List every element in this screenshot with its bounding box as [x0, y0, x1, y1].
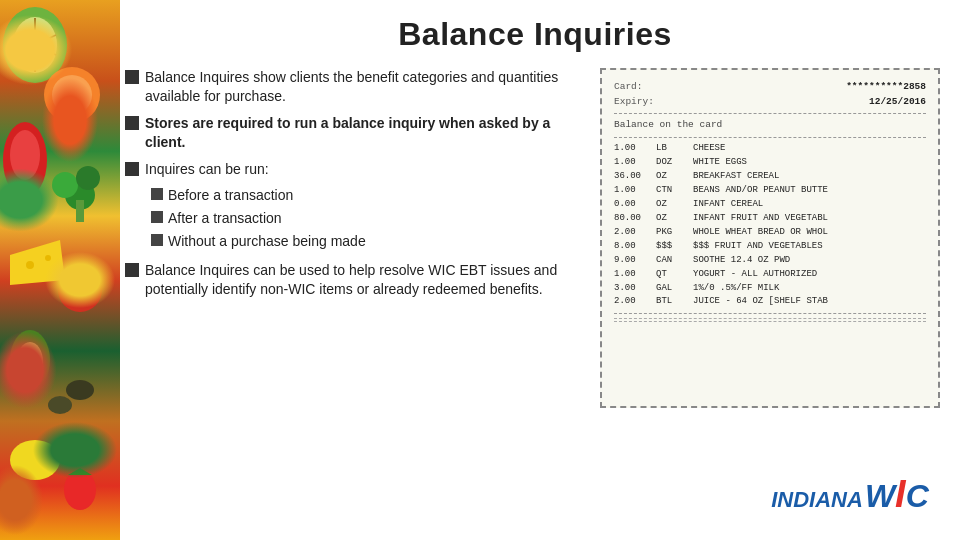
receipt-row-qty-3: 1.00	[614, 184, 654, 198]
receipt-row-unit-0: LB	[656, 142, 691, 156]
svg-point-20	[23, 355, 37, 375]
receipt-row-7: 8.00$$$$$$ FRUIT AND VEGETABLES	[614, 240, 926, 254]
svg-point-22	[48, 396, 72, 414]
svg-point-8	[10, 130, 40, 180]
receipt-row-unit-9: QT	[656, 268, 691, 282]
bullet-icon-4	[125, 263, 139, 277]
receipt-row-3: 1.00CTNBEANS AND/OR PEANUT BUTTE	[614, 184, 926, 198]
receipt-row-5: 80.00OZINFANT FRUIT AND VEGETABL	[614, 212, 926, 226]
bullet-section-3: Inquires can be run: Before a transactio…	[125, 160, 580, 252]
w-letter: W	[865, 478, 895, 514]
svg-point-1	[13, 17, 57, 73]
svg-rect-12	[76, 200, 84, 222]
receipt-row-9: 1.00QTYOGURT - ALL AUTHORIZED	[614, 268, 926, 282]
receipt-row-unit-2: OZ	[656, 170, 691, 184]
receipt-row-qty-4: 0.00	[614, 198, 654, 212]
receipt-row-unit-8: CAN	[656, 254, 691, 268]
svg-point-15	[45, 255, 51, 261]
bullet-text-3: Inquires can be run:	[145, 160, 269, 179]
receipt-row-qty-8: 9.00	[614, 254, 654, 268]
receipt-row-qty-10: 3.00	[614, 282, 654, 296]
receipt-row-item-5: INFANT FRUIT AND VEGETABL	[693, 212, 926, 226]
receipt-row-item-7: $$$ FRUIT AND VEGETABLES	[693, 240, 926, 254]
bullet-item-2: Stores are required to run a balance inq…	[125, 114, 580, 152]
bullet-text-2: Stores are required to run a balance inq…	[145, 114, 580, 152]
svg-point-6	[52, 75, 92, 115]
svg-point-17	[72, 265, 88, 275]
svg-point-5	[44, 67, 100, 123]
c-letter: C	[906, 478, 929, 514]
receipt-row-2: 36.00OZBREAKFAST CEREAL	[614, 170, 926, 184]
receipt-area: Card: **********2858 Expiry: 12/25/2016 …	[600, 68, 940, 408]
sub-bullet-3: Without a purchase being made	[151, 232, 580, 251]
svg-point-14	[26, 261, 34, 269]
receipt-row-unit-5: OZ	[656, 212, 691, 226]
receipt-row-unit-3: CTN	[656, 184, 691, 198]
receipt-expiry-line: Expiry: 12/25/2016	[614, 95, 926, 110]
indiana-text: INDIANA	[771, 487, 863, 513]
receipt-row-unit-11: BTL	[656, 295, 691, 309]
receipt-row-qty-6: 2.00	[614, 226, 654, 240]
bullet-icon-1	[125, 70, 139, 84]
food-svg	[0, 0, 120, 540]
logo-container: INDIANA WIC	[771, 473, 929, 516]
sub-bullet-icon-1	[151, 188, 163, 200]
svg-point-21	[66, 380, 94, 400]
bullet-text-1: Balance Inquires show clients the benefi…	[145, 68, 580, 106]
receipt-card-label: Card:	[614, 80, 643, 95]
sub-bullet-icon-2	[151, 211, 163, 223]
page-title: Balance Inquiries	[130, 16, 940, 53]
bullet-icon-2	[125, 116, 139, 130]
receipt-row-8: 9.00CANSOOTHE 12.4 OZ PWD	[614, 254, 926, 268]
receipt-row-item-1: WHITE EGGS	[693, 156, 926, 170]
svg-point-18	[10, 330, 50, 390]
receipt-row-4: 0.00OZINFANT CEREAL	[614, 198, 926, 212]
svg-point-0	[3, 7, 67, 83]
food-decoration	[0, 0, 120, 540]
receipt-row-unit-10: GAL	[656, 282, 691, 296]
receipt-row-0: 1.00LBCHEESE	[614, 142, 926, 156]
bullet-item-3: Inquires can be run:	[125, 160, 580, 179]
svg-line-4	[14, 35, 56, 55]
receipt-row-unit-6: PKG	[656, 226, 691, 240]
receipt-row-item-9: YOGURT - ALL AUTHORIZED	[693, 268, 926, 282]
receipt-row-item-8: SOOTHE 12.4 OZ PWD	[693, 254, 926, 268]
svg-point-19	[17, 342, 43, 382]
sub-bullet-2: After a transaction	[151, 209, 580, 228]
receipt-row-qty-7: 8.00	[614, 240, 654, 254]
receipt-row-item-0: CHEESE	[693, 142, 926, 156]
svg-point-16	[58, 268, 102, 312]
bullet-item-1: Balance Inquires show clients the benefi…	[125, 68, 580, 106]
i-letter: I	[895, 473, 906, 515]
receipt-divider-1	[614, 113, 926, 114]
svg-marker-13	[10, 240, 65, 285]
svg-point-7	[3, 122, 47, 198]
wic-logo: INDIANA WIC	[770, 467, 930, 522]
receipt-row-qty-0: 1.00	[614, 142, 654, 156]
sub-bullet-text-1: Before a transaction	[168, 186, 293, 205]
receipt-row-qty-11: 2.00	[614, 295, 654, 309]
receipt-row-10: 3.00GAL1%/0 .5%/FF MILK	[614, 282, 926, 296]
receipt-row-11: 2.00BTLJUICE - 64 OZ [SHELF STAB	[614, 295, 926, 309]
content-area: Balance Inquires show clients the benefi…	[125, 68, 580, 520]
receipt-row-qty-2: 36.00	[614, 170, 654, 184]
receipt-balance-label: Balance on the card	[614, 118, 926, 133]
receipt-divider-3	[614, 313, 926, 314]
receipt-row-6: 2.00PKGWHOLE WHEAT BREAD OR WHOL	[614, 226, 926, 240]
receipt-row-unit-7: $$$	[656, 240, 691, 254]
receipt-row-1: 1.00DOZWHITE EGGS	[614, 156, 926, 170]
bullet-item-4: Balance Inquires can be used to help res…	[125, 261, 580, 299]
svg-point-10	[52, 172, 78, 198]
svg-point-9	[65, 180, 95, 210]
svg-point-11	[76, 166, 100, 190]
receipt-row-qty-9: 1.00	[614, 268, 654, 282]
sub-bullets: Before a transaction After a transaction…	[151, 186, 580, 251]
receipt-card-line: Card: **********2858	[614, 80, 926, 95]
sub-bullet-icon-3	[151, 234, 163, 246]
svg-line-3	[14, 35, 56, 55]
sub-bullet-1: Before a transaction	[151, 186, 580, 205]
receipt-row-item-6: WHOLE WHEAT BREAD OR WHOL	[693, 226, 926, 240]
receipt-row-item-3: BEANS AND/OR PEANUT BUTTE	[693, 184, 926, 198]
bullet-icon-3	[125, 162, 139, 176]
receipt-expiry-label: Expiry:	[614, 95, 654, 110]
